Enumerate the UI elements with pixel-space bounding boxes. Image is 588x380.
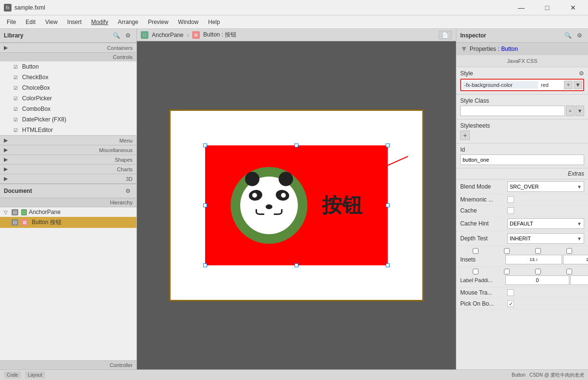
document-section: Document ⚙ Hierarchy ▽ ⊟ □ AnchorPane ⊟ …: [0, 183, 136, 369]
style-gear-icon[interactable]: ⚙: [579, 70, 584, 77]
inset-bottom-checkbox[interactable]: [535, 248, 541, 254]
document-title: Document: [4, 188, 32, 194]
style-class-input[interactable]: [460, 106, 565, 116]
tree-item-anchorpane[interactable]: ▽ ⊟ □ AnchorPane: [0, 207, 136, 217]
style-dropdown-button[interactable]: ▼: [574, 81, 582, 89]
stylesheets-section: Stylesheets +: [456, 119, 588, 143]
lib-item-button-label: Button: [22, 63, 39, 70]
cache-hint-dropdown[interactable]: DEFAULT ▼: [507, 218, 584, 229]
label-padding-checkbox-row: [460, 269, 584, 274]
button-checkbox-icon: ☑: [12, 63, 19, 71]
style-value-input[interactable]: [539, 81, 563, 89]
charts-label: Charts: [117, 166, 133, 172]
combobox-icon: ☑: [12, 105, 19, 113]
menu-bar: File Edit View Insert Modify Arrange Pre…: [0, 15, 588, 29]
maximize-button[interactable]: □: [536, 0, 558, 15]
inset-left-checkbox[interactable]: [566, 248, 572, 254]
panda-eye-right: [281, 193, 286, 198]
inset-top-checkbox[interactable]: [473, 248, 478, 254]
inspector-search-icon[interactable]: 🔍: [563, 31, 573, 40]
lib-item-checkbox[interactable]: ☑ CheckBox: [0, 72, 136, 83]
anchorpane-type-icon: □: [21, 209, 27, 215]
center-panel: □ AnchorPane › ⊠ Button : 按钮 📄: [137, 29, 456, 369]
blend-mode-dropdown[interactable]: SRC_OVER ▼: [507, 181, 584, 192]
threed-arrow: ▶: [4, 176, 8, 182]
style-class-plus-button[interactable]: +: [566, 106, 575, 116]
lib-item-combobox[interactable]: ☑ ComboBox: [0, 104, 136, 114]
containers-section[interactable]: ▶ Containers: [0, 43, 136, 52]
depth-test-dropdown[interactable]: INHERIT ▼: [507, 233, 584, 244]
handle-bl[interactable]: [203, 263, 207, 267]
menu-preview[interactable]: Preview: [143, 17, 173, 27]
shapes-label: Shapes: [115, 157, 133, 163]
insets-label-row: Insets: [460, 255, 584, 264]
mouse-transparent-checkbox[interactable]: [507, 289, 514, 296]
library-search-icon[interactable]: 🔍: [111, 31, 121, 40]
lib-item-button[interactable]: ☑ Button: [0, 61, 136, 72]
label-pad-right-input[interactable]: [570, 275, 588, 285]
inset-right-checkbox[interactable]: [504, 248, 510, 254]
lib-item-colorpicker[interactable]: ☑ ColorPicker: [0, 93, 136, 104]
stylesheets-add-button[interactable]: +: [460, 131, 470, 140]
lib-item-choicebox[interactable]: ☑ ChoiceBox: [0, 83, 136, 93]
breadcrumb-separator: ›: [187, 32, 189, 38]
mnemonic-checkbox[interactable]: [507, 196, 514, 203]
lib-item-htmleditor-label: HTMLEditor: [22, 127, 53, 133]
menu-section[interactable]: ▶ Menu: [0, 135, 136, 145]
library-settings-icon[interactable]: ⚙: [123, 31, 133, 40]
handle-ml[interactable]: [203, 203, 207, 207]
menu-insert[interactable]: Insert: [62, 17, 86, 27]
library-header: Library 🔍 ⚙: [0, 29, 136, 43]
style-label-row: Style ⚙: [460, 70, 584, 77]
status-right: Button: [512, 372, 526, 378]
id-input[interactable]: [460, 154, 584, 165]
charts-section[interactable]: ▶ Charts: [0, 164, 136, 174]
label-pad-bottom-checkbox[interactable]: [535, 269, 541, 274]
style-class-dropdown-button[interactable]: ▼: [576, 106, 584, 116]
hierarchy-header: Hierarchy: [0, 198, 136, 207]
handle-mr[interactable]: [386, 203, 390, 207]
menu-window[interactable]: Window: [173, 17, 204, 27]
style-plus-button[interactable]: +: [564, 81, 573, 89]
handle-tr[interactable]: [386, 143, 390, 147]
label-pad-left-checkbox[interactable]: [566, 269, 572, 274]
handle-tl[interactable]: [203, 143, 207, 147]
pick-on-bounds-checkbox[interactable]: ✓: [507, 300, 514, 307]
label-pad-right-checkbox[interactable]: [504, 269, 510, 274]
choicebox-icon: ☑: [12, 84, 19, 92]
inspector-settings-icon[interactable]: ⚙: [575, 31, 584, 40]
menu-edit[interactable]: Edit: [21, 17, 40, 27]
close-button[interactable]: ✕: [562, 0, 584, 15]
label-pad-top-checkbox[interactable]: [473, 269, 478, 274]
menu-file[interactable]: File: [2, 17, 21, 27]
minimize-button[interactable]: —: [510, 0, 532, 15]
document-settings-icon[interactable]: ⚙: [123, 186, 133, 196]
inset-top-input[interactable]: [505, 255, 562, 264]
style-key-input[interactable]: [462, 81, 538, 89]
menu-view[interactable]: View: [40, 17, 62, 27]
handle-tc[interactable]: [294, 143, 298, 147]
cache-hint-label: Cache Hint: [460, 220, 503, 227]
cache-checkbox[interactable]: [507, 207, 514, 214]
menu-arrange[interactable]: Arrange: [113, 17, 143, 27]
menu-modify[interactable]: Modify: [86, 17, 113, 27]
pick-on-bounds-check-mark: ✓: [509, 301, 513, 307]
lib-item-datepicker[interactable]: ☑ DatePicker (FX8): [0, 114, 136, 125]
breadcrumb-right-actions: 📄: [439, 32, 452, 38]
shapes-section[interactable]: ▶ Shapes: [0, 154, 136, 164]
tree-item-button[interactable]: ⊟ ⊠ Button 按钮: [0, 217, 136, 228]
threed-section[interactable]: ▶ 3D: [0, 174, 136, 183]
javafx-css-section: JavaFX CSS: [456, 55, 588, 67]
misc-section[interactable]: ▶ Miscellaneous: [0, 145, 136, 154]
library-icons: 🔍 ⚙: [111, 31, 133, 40]
label-pad-top-input[interactable]: [505, 275, 569, 285]
breadcrumb-doc-button[interactable]: 📄: [439, 31, 452, 39]
lib-item-htmleditor[interactable]: ☑ HTMLEditor: [0, 125, 136, 135]
handle-br[interactable]: [386, 263, 390, 267]
properties-tab[interactable]: ▼ Properties : Button: [456, 43, 588, 55]
handle-bc[interactable]: [294, 263, 298, 267]
inset-right-input[interactable]: [563, 255, 588, 264]
status-center[interactable]: Layout: [25, 371, 45, 379]
status-left[interactable]: Code: [4, 371, 21, 379]
menu-help[interactable]: Help: [203, 17, 225, 27]
